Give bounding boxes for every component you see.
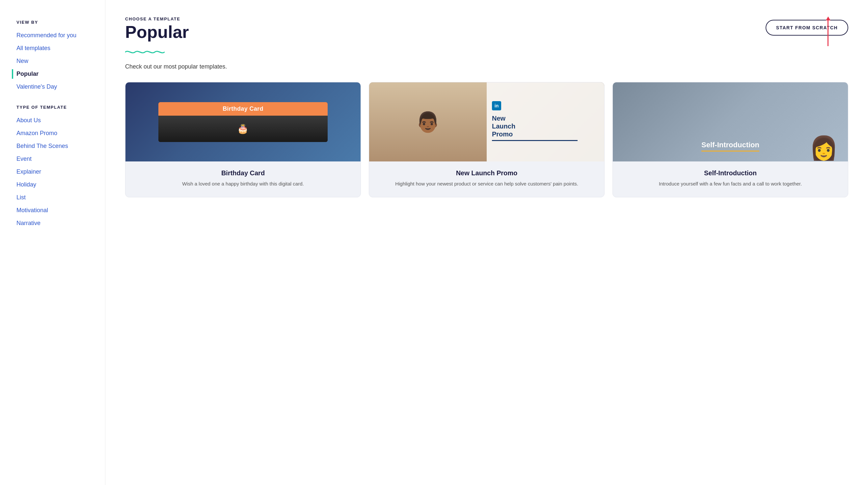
birthday-card-image: Birthday Card 🎂 [125,82,361,162]
linkedin-person-icon: 👨🏾 [369,82,487,162]
start-from-scratch-button[interactable]: START FROM SCRATCH [766,20,848,36]
arrow-up-icon [828,20,829,46]
sidebar-item-list[interactable]: List [17,193,92,202]
type-nav: About Us Amazon Promo Behind The Scenes … [17,116,92,228]
birthday-candles-icon: 🎂 [237,123,249,134]
page-title: Popular [125,23,189,41]
sidebar-item-behind-the-scenes[interactable]: Behind The Scenes [17,141,92,151]
sidebar-item-recommended[interactable]: Recommended for you [17,31,92,40]
birthday-card-title: Birthday Card [135,169,351,177]
birthday-card-info: Birthday Card Wish a loved one a happy b… [125,162,361,197]
type-of-template-label: TYPE OF TEMPLATE [17,105,92,110]
sidebar-item-popular[interactable]: Popular [12,69,92,79]
template-card-self-intro[interactable]: 👩 Self-Introduction Self-Introduction In… [613,82,848,197]
launch-promo-line3: Promo [492,130,599,138]
launch-promo-line2: Launch [492,122,599,130]
main-content: CHOOSE A TEMPLATE Popular START FROM SCR… [105,0,868,485]
sidebar-item-new[interactable]: New [17,56,92,66]
self-intro-card-info: Self-Introduction Introduce yourself wit… [613,162,848,197]
header-left: CHOOSE A TEMPLATE Popular [125,17,189,41]
sidebar-item-explainer[interactable]: Explainer [17,167,92,177]
choose-label: CHOOSE A TEMPLATE [125,17,189,21]
sidebar: VIEW BY Recommended for you All template… [0,0,105,485]
sidebar-item-about-us[interactable]: About Us [17,116,92,125]
self-intro-card-bg: 👩 Self-Introduction [613,82,848,162]
self-intro-overlay-text: Self-Introduction [702,141,760,151]
birthday-banner-text: Birthday Card [158,102,328,116]
linkedin-logo-icon: in [492,101,501,110]
self-intro-description: Introduce yourself with a few fun facts … [622,180,839,188]
launch-promo-title: New Launch Promo [378,169,595,177]
sidebar-item-motivational[interactable]: Motivational [17,206,92,215]
template-card-launch-promo[interactable]: 👨🏾 in New Launch Promo New Launch Promo … [369,82,604,197]
header-row: CHOOSE A TEMPLATE Popular START FROM SCR… [125,17,848,41]
sidebar-item-valentines[interactable]: Valentine's Day [17,82,92,92]
self-intro-image: 👩 Self-Introduction [613,82,848,162]
sidebar-item-amazon-promo[interactable]: Amazon Promo [17,129,92,138]
launch-promo-image: 👨🏾 in New Launch Promo [369,82,604,162]
linkedin-card-bg: 👨🏾 in New Launch Promo [369,82,604,162]
self-intro-overlay: Self-Introduction [613,141,848,151]
linkedin-underline-decoration [492,140,578,141]
view-by-label: VIEW BY [17,20,92,25]
page-description: Check out our most popular templates. [125,63,848,70]
linkedin-text-area: in New Launch Promo [487,82,604,162]
arrow-indicator [828,20,829,46]
birthday-card-description: Wish a loved one a happy birthday with t… [135,180,351,188]
sidebar-item-all-templates[interactable]: All templates [17,44,92,53]
launch-promo-line1: New [492,114,599,122]
launch-promo-card-info: New Launch Promo Highlight how your newe… [369,162,604,197]
sidebar-item-holiday[interactable]: Holiday [17,180,92,190]
launch-promo-description: Highlight how your newest product or ser… [378,180,595,188]
birthday-card-bg: Birthday Card 🎂 [125,82,361,162]
self-intro-title: Self-Introduction [622,169,839,177]
birthday-inner-card: Birthday Card 🎂 [158,102,328,142]
linkedin-card-heading: New Launch Promo [492,114,599,138]
sidebar-item-event[interactable]: Event [17,154,92,164]
wavy-line-decoration [125,48,165,56]
template-card-birthday[interactable]: Birthday Card 🎂 Birthday Card Wish a lov… [125,82,361,197]
sidebar-item-narrative[interactable]: Narrative [17,219,92,228]
birthday-cake-area: 🎂 [158,116,328,142]
templates-grid: Birthday Card 🎂 Birthday Card Wish a lov… [125,82,848,197]
view-by-nav: Recommended for you All templates New Po… [17,31,92,92]
